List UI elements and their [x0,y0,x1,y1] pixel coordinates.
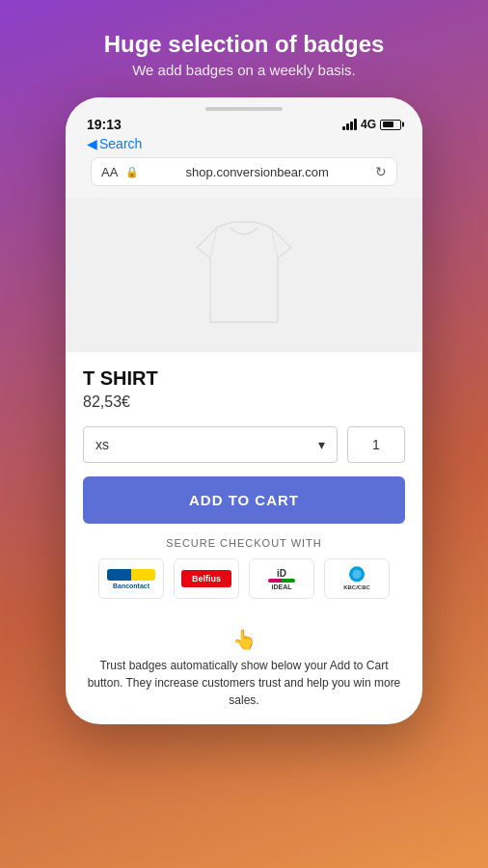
address-url: shop.conversionbear.com [147,165,367,179]
ideal-badge: iD iDEAL [249,558,314,599]
status-bar: 19:13 4G [83,117,405,132]
secure-checkout-label: SECURE CHECKOUT WITH [83,537,405,549]
bancontact-icon [107,569,155,581]
ideal-icon: iD [277,568,286,579]
add-to-cart-button[interactable]: ADD TO CART [83,476,405,524]
product-price: 82,53€ [83,393,405,411]
svg-text:KBC/CBC: KBC/CBC [343,584,370,590]
svg-point-3 [352,570,361,579]
nav-back-button[interactable]: ◀ Search [87,136,142,151]
header-title: Huge selection of badges [104,31,385,58]
phone-notch-area [83,107,405,111]
kbc-icon: KBC/CBC [338,563,376,594]
trust-text: Trust badges automatically show below yo… [83,657,405,709]
header-section: Huge selection of badges We add badges o… [85,31,404,78]
address-bar[interactable]: AA 🔒 shop.conversionbear.com ↻ [91,157,397,186]
kbc-badge: KBC/CBC [324,558,390,599]
product-image-area [66,198,422,352]
bancontact-badge: Bancontact [98,558,164,599]
phone-top-bar: 19:13 4G ◀ Search AA 🔒 [66,97,422,198]
lock-icon: 🔒 [125,166,139,178]
signal-icon [342,119,357,130]
product-details: T SHIRT 82,53€ xs ▾ 1 ADD TO CART SECURE… [66,352,422,628]
dropdown-chevron-icon: ▾ [318,437,325,452]
nav-bar: ◀ Search [83,132,405,151]
trust-emoji: 👆 [83,628,405,651]
product-name: T SHIRT [83,367,405,390]
trust-section: 👆 Trust badges automatically show below … [66,628,422,724]
status-time: 19:13 [87,117,122,132]
back-chevron-icon: ◀ [87,136,97,151]
qty-value: 1 [372,437,380,452]
battery-icon [380,120,401,130]
address-aa-label: AA [101,165,118,179]
quantity-input[interactable]: 1 [347,426,405,463]
product-image [176,207,312,342]
status-icons: 4G [342,118,401,131]
payment-logos: Bancontact Belfius iD iDEAL [83,558,405,599]
header-subtitle: We add badges on a weekly basis. [104,62,385,78]
belfius-badge: Belfius [174,558,239,599]
belfius-icon: Belfius [181,570,231,587]
size-select[interactable]: xs ▾ [83,426,338,463]
reload-icon[interactable]: ↻ [375,164,387,179]
phone-frame: 19:13 4G ◀ Search AA 🔒 [66,97,422,724]
nav-back-label: Search [99,136,142,151]
network-label: 4G [361,118,376,131]
size-value: xs [95,437,109,452]
phone-notch [205,107,283,111]
product-options: xs ▾ 1 [83,426,405,463]
